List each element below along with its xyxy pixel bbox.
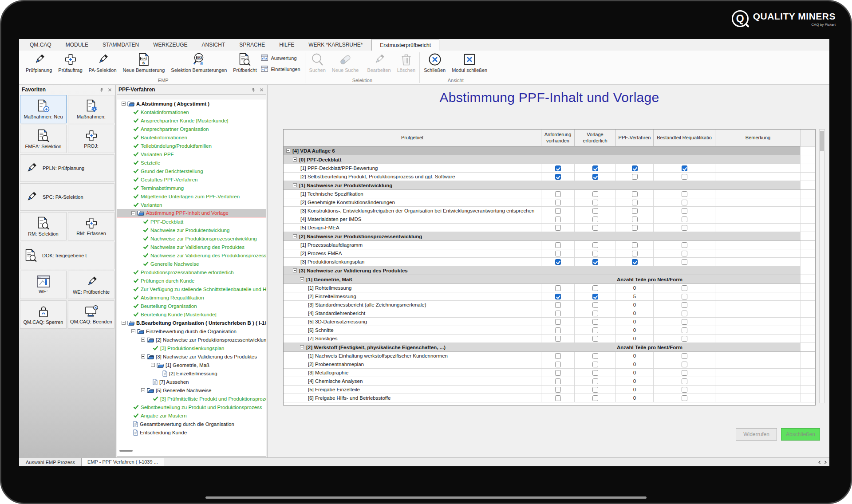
- tree-item[interactable]: B.Bearbeitung Organisation ( Unterschrie…: [117, 319, 266, 327]
- table-row[interactable]: [1] Technische Spezifikation: [284, 190, 815, 198]
- table-scrollbar[interactable]: [819, 129, 825, 403]
- tree-item[interactable]: Entscheidung Kunde: [117, 428, 266, 437]
- tree-item[interactable]: [5] Generelle Nachweise: [117, 386, 266, 394]
- vorlage-checkbox[interactable]: [592, 336, 598, 342]
- scrollbar-thumb[interactable]: [820, 131, 824, 151]
- tree-item[interactable]: Ansprechpartner Organisation: [117, 125, 266, 133]
- anzahl-value[interactable]: 0: [633, 395, 636, 401]
- tree-item[interactable]: Generelle Nachweise: [117, 260, 266, 268]
- menu-item[interactable]: SPRACHE: [232, 39, 272, 51]
- tree-item[interactable]: Mitgeltende Unterlagen zum PPF-Verfahren: [117, 192, 266, 201]
- anforderung-checkbox[interactable]: [555, 208, 561, 214]
- bemerkung-cell[interactable]: [715, 173, 801, 181]
- requalifikation-checkbox[interactable]: [682, 395, 687, 401]
- favorite-button[interactable]: FMEA: Selektion: [20, 125, 67, 153]
- vorlage-checkbox[interactable]: [592, 251, 598, 256]
- tree-item[interactable]: Einzelbewertung durch die Organisation: [117, 327, 266, 335]
- widerrufen-button[interactable]: Widerrufen: [736, 428, 777, 441]
- requalifikation-checkbox[interactable]: [682, 378, 687, 384]
- table-group-row[interactable]: [1] Geometrie, MaßAnzahl Teile pro Nest/…: [284, 275, 815, 284]
- tree-item[interactable]: [3] Prüfmittelliste Produkt und Produkti…: [117, 394, 266, 403]
- requalifikation-checkbox[interactable]: [682, 319, 687, 325]
- tree-item[interactable]: Angabe zur Mustern: [117, 411, 266, 420]
- bemerkung-cell[interactable]: [715, 258, 801, 266]
- table-row[interactable]: [3] Produktionslenkungsplan: [284, 258, 815, 266]
- anforderung-checkbox[interactable]: [555, 353, 561, 359]
- ribbon-button[interactable]: Neue Suche: [329, 51, 362, 73]
- tree-item[interactable]: Teilebündelung/Produktfamilien: [117, 142, 266, 150]
- tree-item[interactable]: [7] Aussehen: [117, 378, 266, 386]
- pin-icon[interactable]: [99, 87, 104, 92]
- column-header[interactable]: Anforderung vorhanden: [541, 130, 574, 146]
- tree-item[interactable]: Abstimmung PPF-Inhalt und Vorlage: [117, 209, 266, 217]
- anzahl-value[interactable]: 0: [633, 285, 636, 291]
- vorlage-checkbox[interactable]: [592, 259, 598, 265]
- requalifikation-checkbox[interactable]: [682, 174, 687, 180]
- ppf-verfahren-checkbox[interactable]: [632, 259, 638, 265]
- ppf-verfahren-checkbox[interactable]: [632, 217, 638, 222]
- table-row[interactable]: [7] Sonstiges 0: [284, 335, 815, 343]
- anforderung-checkbox[interactable]: [555, 259, 561, 265]
- ribbon-button[interactable]: Auswertung: [261, 55, 300, 62]
- favorite-button[interactable]: QM.CAQ: Sperren: [20, 300, 67, 329]
- tree-item[interactable]: Nachweise zur Validierung des Produktes: [117, 243, 266, 251]
- vorlage-checkbox[interactable]: [592, 327, 598, 333]
- favorite-button[interactable]: WE:: [20, 271, 67, 299]
- requalifikation-checkbox[interactable]: [682, 294, 687, 299]
- table-group-row[interactable]: [2] Werkstoff (Festigkeit, physikalische…: [284, 343, 815, 352]
- bemerkung-cell[interactable]: [715, 326, 801, 334]
- vorlage-checkbox[interactable]: [592, 378, 598, 384]
- anforderung-checkbox[interactable]: [555, 217, 561, 222]
- tab-erstmusterpruefbericht[interactable]: Erstmusterprüfbericht: [371, 39, 439, 51]
- requalifikation-checkbox[interactable]: [682, 336, 687, 342]
- anforderung-checkbox[interactable]: [555, 336, 561, 342]
- requalifikation-checkbox[interactable]: [682, 208, 687, 214]
- table-row[interactable]: [2] Probenentnahmeplan 0: [284, 360, 815, 369]
- anzahl-value[interactable]: 5: [633, 294, 636, 299]
- requalifikation-checkbox[interactable]: [682, 302, 687, 308]
- anzahl-value[interactable]: 0: [633, 319, 636, 324]
- bemerkung-cell[interactable]: [715, 369, 801, 377]
- bemerkung-cell[interactable]: [715, 352, 801, 360]
- table-row[interactable]: [5] Freigabe Einzelteile 0: [284, 386, 815, 394]
- requalifikation-checkbox[interactable]: [682, 191, 687, 197]
- tree-item[interactable]: Kontaktinformationen: [117, 108, 266, 116]
- tree-item[interactable]: Nachweise zur Produktentwicklung: [117, 226, 266, 234]
- table-row[interactable]: [1] PPF-Deckblatt/PPF-Bewertung: [284, 164, 815, 173]
- anforderung-checkbox[interactable]: [555, 319, 561, 325]
- bemerkung-cell[interactable]: [715, 190, 801, 198]
- tree-item[interactable]: Ansprechpartner Kunde [Musterkunde]: [117, 116, 266, 125]
- anforderung-checkbox[interactable]: [555, 362, 561, 367]
- tab-scroll-left-icon[interactable]: [818, 459, 821, 465]
- table-row[interactable]: [3] Standardmessbericht (alle Zeichnungs…: [284, 301, 815, 309]
- requalifikation-checkbox[interactable]: [682, 387, 687, 393]
- ribbon-button[interactable]: Prüfauftrag: [55, 51, 85, 73]
- ribbon-button[interactable]: Löschen: [394, 51, 419, 73]
- ribbon-button[interactable]: Einstellungen: [261, 66, 300, 73]
- vorlage-checkbox[interactable]: [592, 362, 598, 367]
- anforderung-checkbox[interactable]: [555, 285, 561, 291]
- ppf-verfahren-checkbox[interactable]: [632, 165, 638, 171]
- bemerkung-cell[interactable]: [715, 309, 801, 317]
- column-header[interactable]: Prüfgebiet: [284, 130, 541, 146]
- anzahl-value[interactable]: 0: [633, 353, 636, 358]
- menu-item[interactable]: ANSICHT: [195, 39, 233, 51]
- tree-item[interactable]: Bauteilinformationen: [117, 133, 266, 142]
- pin-icon[interactable]: [251, 87, 256, 92]
- requalifikation-checkbox[interactable]: [682, 311, 687, 316]
- menu-item[interactable]: MODULE: [59, 39, 95, 51]
- anzahl-value[interactable]: 0: [633, 336, 636, 341]
- ppf-verfahren-checkbox[interactable]: [632, 200, 638, 205]
- table-row[interactable]: [2] Einzelteilmessung 5: [284, 292, 815, 301]
- menu-item[interactable]: WERK *KARLSRUHE*: [301, 39, 370, 51]
- tree-horizontal-scrollbar[interactable]: [119, 450, 133, 452]
- tree-item[interactable]: [3] Nachweise zur Validierung des Produk…: [117, 352, 266, 361]
- ppf-verfahren-checkbox[interactable]: [632, 225, 638, 231]
- favorite-button[interactable]: Maßnahmen:: [68, 95, 114, 123]
- process-tab[interactable]: Auswahl EMP Prozess: [20, 458, 81, 466]
- ribbon-button[interactable]: Prüfbericht: [230, 51, 260, 73]
- favorite-button[interactable]: Maßnahmen: Neu: [20, 95, 67, 123]
- tree-item[interactable]: Setzteile: [117, 158, 266, 167]
- process-tab[interactable]: EMP - PPF Verfahren ( I-1039 ...: [81, 458, 164, 466]
- column-header[interactable]: Bemerkung: [715, 130, 801, 146]
